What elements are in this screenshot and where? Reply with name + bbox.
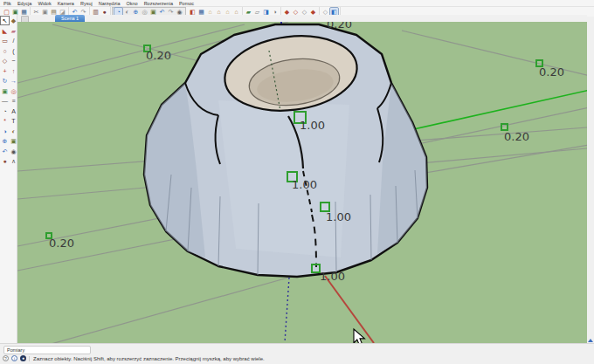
push-pull-tool-icon[interactable]: ↑: [10, 67, 17, 75]
tape-measure-tool-icon[interactable]: ―: [1, 97, 9, 105]
vase-highlight: [218, 100, 349, 258]
scroll-up-icon[interactable]: [588, 339, 593, 342]
menu-kamera[interactable]: Kamera: [58, 1, 74, 6]
zoom-extents-tool-icon[interactable]: ▣: [10, 137, 17, 145]
walk-tool-icon[interactable]: ∧: [10, 157, 17, 165]
orbit-tool-icon[interactable]: ◑: [1, 127, 9, 135]
dimension-label: 0.20: [146, 49, 171, 62]
blue-axis-dotted: [285, 278, 289, 342]
eraser-tool-icon[interactable]: ▰: [10, 27, 17, 35]
menu-edycja[interactable]: Edycja: [17, 1, 32, 6]
measurements-input[interactable]: Pomiary: [3, 346, 91, 354]
look-around-tool-icon[interactable]: ◉: [10, 148, 17, 155]
mouse-cursor: [354, 329, 364, 343]
freehand-tool-icon[interactable]: ~: [10, 57, 17, 65]
tool-palette: ↖◆◣▰▭/○(◇~+↑↻→▣◎―≡◔A*T◑◐⊕▣↶◉●∧: [0, 15, 17, 343]
viewport-3d[interactable]: 0.200.200.200.200.201.001.001.001.00: [17, 22, 587, 343]
rotate-tool-icon[interactable]: ↻: [1, 77, 9, 85]
move-tool-icon[interactable]: +: [1, 67, 9, 75]
dimension-label: 1.00: [300, 119, 325, 132]
menu-plik[interactable]: Plik: [3, 1, 11, 6]
red-axis: [325, 276, 374, 343]
menu-okno[interactable]: Okno: [126, 1, 137, 6]
right-scroll-strip[interactable]: [587, 22, 594, 343]
select-tool-icon[interactable]: ↖: [1, 17, 9, 24]
status-row: ?i●Zaznacz obiekty. Naciśnij Shift, aby …: [3, 355, 265, 361]
follow-me-tool-icon[interactable]: →: [10, 77, 17, 85]
rectangle-tool-icon[interactable]: ▭: [1, 37, 9, 45]
status-bar: Pomiary ?i●Zaznacz obiekty. Naciśnij Shi…: [0, 343, 594, 364]
line-tool-icon[interactable]: /: [10, 37, 17, 45]
menu-rysuj[interactable]: Rysuj: [80, 1, 93, 6]
dimension-label: 0.20: [327, 22, 352, 31]
pan-tool-icon[interactable]: ◐: [10, 127, 17, 135]
text-tool-icon[interactable]: A: [10, 107, 17, 115]
dimension-label: 1.00: [326, 210, 351, 223]
3d-text-tool-icon[interactable]: T: [10, 117, 17, 125]
polygon-tool-icon[interactable]: ◇: [1, 57, 9, 65]
scale-tool-icon[interactable]: ▣: [1, 87, 9, 95]
geolocation-icon[interactable]: ●: [20, 355, 26, 361]
protractor-tool-icon[interactable]: ◔: [1, 107, 9, 115]
zoom-tool-icon[interactable]: ⊕: [1, 137, 9, 145]
dimension-tool-icon[interactable]: ≡: [10, 97, 17, 105]
status-hint: Zaznacz obiekty. Naciśnij Shift, aby roz…: [29, 356, 265, 361]
dimension-label: 0.20: [539, 65, 564, 79]
menu-widok[interactable]: Widok: [38, 1, 51, 6]
previous-view-tool-icon[interactable]: ↶: [1, 148, 9, 155]
vase-model[interactable]: [144, 24, 427, 277]
dimension-label: 0.20: [504, 130, 529, 143]
context-help-icon[interactable]: i: [11, 355, 17, 361]
dimension-label: 1.00: [292, 178, 317, 191]
arc-tool-icon[interactable]: (: [10, 47, 17, 55]
dimension-label: 1.00: [320, 270, 345, 283]
scene-tab-row: Scena 1: [17, 15, 587, 22]
menu-bar: PlikEdycjaWidokKameraRysujNarzędziaOknoR…: [0, 0, 594, 7]
help-icon[interactable]: ?: [3, 355, 9, 361]
scene-tab[interactable]: Scena 1: [55, 15, 85, 22]
offset-tool-icon[interactable]: ◎: [10, 87, 17, 95]
circle-tool-icon[interactable]: ○: [1, 47, 9, 55]
dimension-label: 0.20: [49, 237, 74, 250]
menu-rozszerzenia[interactable]: Rozszerzenia: [144, 1, 173, 6]
position-camera-tool-icon[interactable]: ●: [1, 157, 9, 165]
menu-narzędzia[interactable]: Narzędzia: [99, 1, 121, 6]
make-component-tool-icon[interactable]: ◆: [10, 17, 17, 24]
menu-pomoc[interactable]: Pomoc: [179, 1, 194, 6]
paint-bucket-tool-icon[interactable]: ◣: [1, 27, 9, 35]
axes-tool-icon[interactable]: *: [1, 117, 9, 125]
